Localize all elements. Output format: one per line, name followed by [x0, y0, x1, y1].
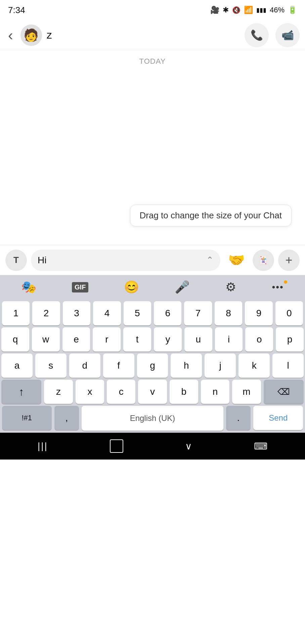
video-icon: 📹 — [281, 29, 294, 41]
battery-percent: 46% — [270, 6, 285, 14]
send-label: Send — [269, 413, 288, 423]
key-u[interactable]: u — [184, 327, 212, 352]
text-format-button[interactable]: T — [5, 250, 27, 271]
key-j[interactable]: j — [205, 354, 236, 378]
gif-tool-button[interactable]: GIF — [67, 280, 93, 294]
send-key[interactable]: Send — [253, 406, 303, 430]
sticker-tool-button[interactable]: 🎭 — [16, 278, 41, 296]
key-0[interactable]: 0 — [275, 301, 303, 325]
videocam-icon: 🎥 — [210, 6, 219, 14]
key-r[interactable]: r — [93, 327, 121, 352]
key-o[interactable]: o — [245, 327, 273, 352]
plus-icon: + — [285, 253, 292, 267]
key-8[interactable]: 8 — [215, 301, 242, 325]
more-tool-icon: ••• — [272, 282, 284, 292]
key-t[interactable]: t — [123, 327, 151, 352]
key-4[interactable]: 4 — [93, 301, 121, 325]
nav-right: 📞 📹 — [245, 23, 300, 47]
system-keyboard-button[interactable]: ⌨ — [247, 437, 274, 455]
bluetooth-icon: ✱ — [223, 6, 229, 14]
sticker-tool-icon: 🎭 — [21, 280, 36, 294]
system-recents-icon: ∨ — [185, 441, 192, 452]
symbols-key[interactable]: !#1 — [2, 406, 52, 430]
key-9[interactable]: 9 — [245, 301, 272, 325]
key-h[interactable]: h — [171, 354, 202, 378]
key-n[interactable]: n — [201, 380, 229, 404]
key-7[interactable]: 7 — [184, 301, 212, 325]
nav-left: ‹ 🧑 z — [5, 24, 52, 46]
status-time: 7:34 — [8, 5, 25, 15]
key-y[interactable]: y — [154, 327, 182, 352]
keyboard-rows: q w e r t y u i o p a s d f g h j k l ↑ … — [0, 325, 305, 404]
delete-key[interactable]: ⌫ — [264, 380, 304, 404]
key-q[interactable]: q — [1, 327, 29, 352]
key-e[interactable]: e — [62, 327, 90, 352]
key-1[interactable]: 1 — [2, 301, 30, 325]
phone-call-button[interactable]: 📞 — [245, 23, 269, 47]
emoji-tool-icon: 😊 — [124, 280, 139, 294]
system-recents-button[interactable]: ∨ — [178, 437, 199, 455]
status-bar: 7:34 🎥 ✱ 🔇 📶 ▮▮▮ 46% 🔋 — [0, 0, 305, 20]
shift-key[interactable]: ↑ — [1, 380, 41, 404]
keyboard-bottom-row: !#1 , English (UK) . Send — [0, 404, 305, 433]
emoji-tool-button[interactable]: 😊 — [119, 278, 144, 296]
key-i[interactable]: i — [215, 327, 243, 352]
key-6[interactable]: 6 — [154, 301, 181, 325]
key-c[interactable]: c — [107, 380, 135, 404]
add-button[interactable]: + — [278, 250, 300, 271]
key-a[interactable]: a — [1, 354, 33, 378]
card-icon: 🃏 — [258, 256, 268, 265]
key-p[interactable]: p — [276, 327, 304, 352]
key-5[interactable]: 5 — [124, 301, 151, 325]
space-key[interactable]: English (UK) — [82, 406, 223, 431]
avatar: 🧑 — [20, 24, 42, 46]
comma-key[interactable]: , — [54, 406, 79, 430]
keyboard-row-2: a s d f g h j k l — [1, 354, 304, 378]
phone-icon: 📞 — [251, 29, 263, 41]
system-home-icon — [110, 439, 123, 453]
key-b[interactable]: b — [170, 380, 198, 404]
settings-tool-icon: ⚙ — [225, 280, 236, 294]
message-input-container: ⌃ — [31, 250, 220, 271]
system-keyboard-icon: ⌨ — [254, 441, 267, 452]
notification-dot — [284, 280, 287, 284]
sticker-icon: 🤝 — [228, 252, 245, 268]
system-back-button[interactable]: ||| — [31, 437, 55, 455]
key-v[interactable]: v — [138, 380, 167, 404]
key-f[interactable]: f — [103, 354, 134, 378]
mic-tool-button[interactable]: 🎤 — [170, 278, 194, 296]
drag-tooltip: Drag to change the size of your Chat — [130, 205, 292, 226]
key-d[interactable]: d — [69, 354, 100, 378]
key-s[interactable]: s — [35, 354, 67, 378]
key-2[interactable]: 2 — [32, 301, 60, 325]
back-button[interactable]: ‹ — [5, 25, 16, 45]
drag-tooltip-text: Drag to change the size of your Chat — [140, 210, 282, 220]
keyboard-toolbar: 🎭 GIF 😊 🎤 ⚙ ••• — [0, 275, 305, 299]
key-3[interactable]: 3 — [63, 301, 90, 325]
message-input[interactable] — [38, 255, 206, 266]
system-back-icon: ||| — [38, 441, 48, 451]
nav-bar: ‹ 🧑 z 📞 📹 — [0, 20, 305, 50]
key-m[interactable]: m — [232, 380, 261, 404]
key-k[interactable]: k — [238, 354, 270, 378]
gif-label: GIF — [72, 282, 88, 292]
key-g[interactable]: g — [137, 354, 168, 378]
system-home-button[interactable] — [103, 436, 130, 456]
key-x[interactable]: x — [76, 380, 104, 404]
contact-name: z — [47, 29, 52, 41]
key-z[interactable]: z — [44, 380, 73, 404]
chat-area: TODAY Drag to change the size of your Ch… — [0, 50, 305, 245]
more-tool-button[interactable]: ••• — [267, 280, 289, 294]
video-call-button[interactable]: 📹 — [275, 23, 300, 47]
key-w[interactable]: w — [32, 327, 60, 352]
key-l[interactable]: l — [272, 354, 304, 378]
sticker-button[interactable]: 🤝 — [224, 248, 249, 272]
signal-icon: ▮▮▮ — [256, 6, 266, 14]
status-icons: 🎥 ✱ 🔇 📶 ▮▮▮ 46% 🔋 — [210, 6, 297, 14]
input-bar: T ⌃ 🤝 🃏 + — [0, 245, 305, 275]
media-button[interactable]: 🃏 — [253, 250, 274, 271]
expand-icon: ⌃ — [206, 255, 214, 265]
period-key[interactable]: . — [226, 406, 251, 430]
settings-tool-button[interactable]: ⚙ — [221, 278, 241, 296]
battery-icon: 🔋 — [288, 6, 297, 14]
